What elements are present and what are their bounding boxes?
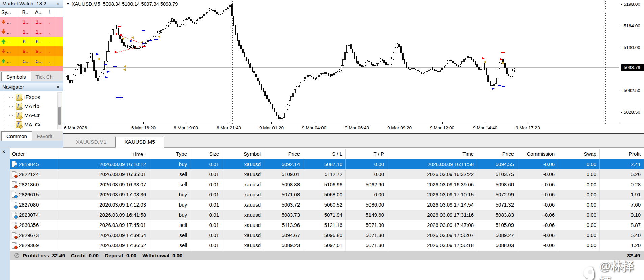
- candlestick-chart[interactable]: [63, 0, 619, 124]
- tree-line: [9, 115, 14, 116]
- buy-order-icon: [12, 192, 17, 198]
- cell: 2026.03.09 17:08:36: [59, 190, 149, 200]
- cell: sell: [149, 169, 190, 179]
- cell: 0.01: [190, 230, 222, 240]
- cell: -0.06: [517, 240, 558, 251]
- orders-col-symbol[interactable]: Symbol: [222, 149, 264, 159]
- cell: 5089.27: [477, 230, 517, 240]
- market-watch-row[interactable]: ...5...5....: [0, 56, 63, 66]
- watermark: @林择栖: [582, 258, 644, 280]
- cell: 0.01: [190, 190, 222, 200]
- navigator-panel: Navigator × fiExposfMA ribfMA-CrfMA_Cr C…: [0, 83, 63, 141]
- tab-common[interactable]: Common: [1, 131, 32, 141]
- price-axis[interactable]: 5198.005164.005130.005062.505028.505098.…: [621, 0, 644, 124]
- cell: 0.00: [346, 190, 387, 200]
- market-watch-row[interactable]: ...1...1....: [0, 27, 63, 37]
- tab-tick-ch[interactable]: Tick Ch: [31, 73, 57, 81]
- cell: -0.06: [517, 210, 558, 220]
- market-watch-rows: ...1...1.......1...1.......6...6.......9…: [0, 17, 63, 66]
- chart-tab-xauusd-m1[interactable]: XAUUSD,M1: [67, 137, 115, 147]
- orders-col-size[interactable]: Size: [190, 149, 222, 159]
- buy-order-icon: [12, 212, 17, 218]
- cell: xauusd: [222, 200, 264, 210]
- orders-col-swap[interactable]: Swap: [558, 149, 600, 159]
- cell: 5094.67: [264, 230, 303, 240]
- cell: 2026.03.09 17:45:01: [59, 220, 149, 230]
- market-watch-row[interactable]: ...9...9....: [0, 46, 63, 56]
- time-axis[interactable]: 6 Mar 20266 Mar 16:206 Mar 19:006 Mar 21…: [63, 125, 619, 133]
- tree-line: [5, 91, 5, 131]
- orders-col-profit[interactable]: Profit: [600, 149, 644, 159]
- down-arrow-icon: [1, 20, 6, 24]
- navigator-item-iexpos[interactable]: fiExpos: [16, 93, 40, 101]
- watermark-logo-icon: [582, 266, 596, 280]
- price-tick: [621, 48, 622, 48]
- orders-col-price[interactable]: Price: [264, 149, 303, 159]
- market-watch-row[interactable]: ...6...6....: [0, 37, 63, 46]
- tab-favorit[interactable]: Favorit: [32, 132, 57, 141]
- sell-order-icon: [12, 181, 17, 188]
- close-icon[interactable]: ×: [55, 83, 61, 91]
- order-row-2821860[interactable]: 28218602026.03.09 16:33:07sell0.01xauusd…: [10, 179, 644, 190]
- cell: xauusd: [222, 230, 264, 240]
- close-icon[interactable]: ×: [2, 149, 5, 154]
- orders-col-time[interactable]: Time: [387, 149, 477, 159]
- time-tick-label: 9 Mar 06:40: [340, 125, 374, 130]
- cell: 0.00: [558, 210, 600, 220]
- order-row-2826615[interactable]: 28266152026.03.09 17:08:36buy0.01xauusd5…: [10, 190, 644, 200]
- market-watch-col-2[interactable]: A...: [31, 8, 44, 17]
- cell: 2026.03.09 16:35:01: [59, 169, 149, 179]
- cell: 0.01: [190, 210, 222, 220]
- scrollbar-thumb[interactable]: [58, 107, 61, 125]
- orders-col-type[interactable]: Type: [149, 149, 190, 159]
- sell-order-icon: [12, 171, 17, 177]
- close-icon[interactable]: ×: [55, 0, 61, 7]
- order-row-2823074[interactable]: 28230742026.03.09 16:41:58buy0.01xauusd5…: [10, 210, 644, 220]
- status-withdrawal: Withdrawal: 0.00: [142, 253, 182, 258]
- chart-window: ▼XAUUSD,M5 5098.34 5100.14 5097.34 5098.…: [63, 0, 644, 134]
- cell: 2026.03.09 16:10:12: [59, 159, 149, 169]
- orders-col-time[interactable]: Time▵: [59, 149, 149, 159]
- cell: 5086.00: [346, 200, 387, 210]
- tab-symbols[interactable]: Symbols: [1, 72, 31, 81]
- order-row-2829673[interactable]: 28296732026.03.09 17:39:54sell0.01xauusd…: [10, 230, 644, 240]
- tree-line: [9, 97, 14, 98]
- terminal-gutter: ×: [0, 148, 10, 280]
- tree-line: [9, 106, 14, 107]
- orders-col-s-l[interactable]: S / L: [303, 149, 346, 159]
- time-tick-label: 9 Mar 17:20: [511, 125, 545, 130]
- order-row-2829369[interactable]: 28293692026.03.09 17:36:52sell0.01xauusd…: [10, 240, 644, 251]
- cell: 2829673: [10, 230, 59, 240]
- cell: buy: [149, 190, 190, 200]
- orders-col-t-p[interactable]: T / P: [346, 149, 387, 159]
- market-watch-col-0[interactable]: Sy...: [0, 8, 19, 17]
- order-row-2827080[interactable]: 28270802026.03.09 17:12:03buy0.01xauusd5…: [10, 200, 644, 210]
- market-watch-col-3[interactable]: !: [44, 8, 54, 17]
- orders-col-price[interactable]: Price: [477, 149, 517, 159]
- price-tick-label: 5198.00: [624, 2, 640, 7]
- current-price-label: 5098.79: [621, 64, 644, 71]
- orders-col-order[interactable]: Order: [10, 149, 59, 159]
- cell: -0.06: [517, 179, 558, 190]
- order-row-2830356[interactable]: 28303562026.03.09 17:45:01sell0.01xauusd…: [10, 220, 644, 230]
- status-icon: [14, 253, 19, 258]
- cell: 5109.01: [264, 169, 303, 179]
- buy-order-icon: [12, 161, 17, 167]
- cell: 5062.90: [346, 179, 387, 190]
- market-watch-row[interactable]: ...1...1....: [0, 17, 63, 27]
- navigator-item-ma-cr[interactable]: fMA-Cr: [16, 111, 40, 120]
- navigator-scrollbar[interactable]: [57, 92, 62, 129]
- order-row-2819845[interactable]: 28198452026.03.09 16:10:12buy0.01xauusd5…: [10, 159, 644, 169]
- cell: 7.60: [600, 200, 644, 210]
- cell: 0.00: [346, 169, 387, 179]
- navigator-item-ma-rib[interactable]: fMA rib: [16, 102, 39, 110]
- navigator-item-ma_cr[interactable]: fMA_Cr: [16, 121, 41, 129]
- sort-asc-icon: ▵: [144, 152, 146, 156]
- cell: 5106.96: [303, 179, 346, 190]
- orders-col-commission[interactable]: Commission: [517, 149, 558, 159]
- market-watch-col-1[interactable]: B...: [19, 8, 31, 17]
- cell: 2827080: [10, 200, 59, 210]
- chart-tab-xauusd-m5[interactable]: XAUUSD,M5: [115, 137, 164, 148]
- order-row-2822124[interactable]: 28221242026.03.09 16:35:01sell0.01xauusd…: [10, 169, 644, 179]
- cell: 5.40: [600, 230, 644, 240]
